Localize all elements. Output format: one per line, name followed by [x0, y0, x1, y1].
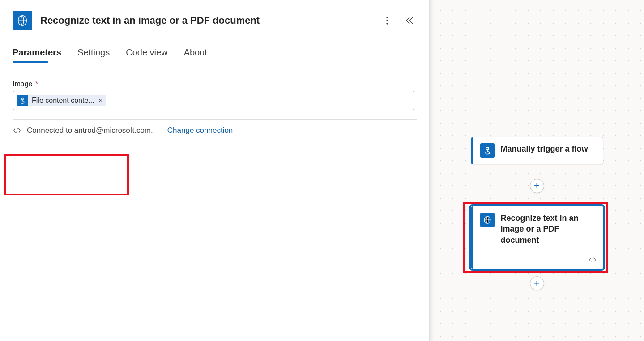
- file-content-token[interactable]: File content conte... ×: [17, 95, 106, 106]
- image-input[interactable]: File content conte... ×: [13, 91, 414, 110]
- touch-pointer-icon: [480, 143, 495, 158]
- trigger-card-title: Manually trigger a flow: [501, 143, 588, 154]
- action-card-footer: [471, 252, 603, 269]
- image-field-label: Image *: [13, 80, 417, 88]
- image-field-label-text: Image: [13, 80, 32, 88]
- arrow-down-icon: [534, 202, 540, 206]
- svg-point-0: [386, 17, 388, 18]
- connector-line: [537, 195, 537, 203]
- svg-point-1: [386, 20, 388, 21]
- tab-about[interactable]: About: [184, 47, 207, 62]
- card-accent: [471, 206, 473, 269]
- ai-builder-icon: [13, 11, 32, 30]
- card-accent: [471, 137, 473, 164]
- action-card-title: Recognize text in an image or a PDF docu…: [501, 213, 595, 245]
- required-indicator: *: [35, 80, 38, 88]
- connector-line: [537, 269, 537, 274]
- action-card[interactable]: Recognize text in an image or a PDF docu…: [471, 206, 603, 269]
- trigger-card[interactable]: Manually trigger a flow: [471, 137, 603, 164]
- ai-builder-icon: [480, 213, 495, 227]
- panel-header: Recognize text in an image or a PDF docu…: [0, 0, 429, 35]
- token-remove-button[interactable]: ×: [98, 97, 103, 104]
- connection-row: Connected to antrod@microsoft.com. Chang…: [0, 120, 429, 141]
- vertical-dots-icon: [386, 17, 388, 25]
- link-icon: [13, 126, 21, 135]
- svg-point-2: [386, 23, 388, 24]
- add-step-button[interactable]: +: [530, 276, 544, 290]
- canvas-left-shadow: [430, 0, 434, 341]
- link-icon: [589, 256, 597, 265]
- annotation-highlight-image-field: [4, 154, 129, 195]
- tab-code-view[interactable]: Code view: [126, 47, 167, 62]
- connection-text: Connected to antrod@microsoft.com.: [27, 126, 153, 135]
- config-panel: Recognize text in an image or a PDF docu…: [0, 0, 430, 341]
- double-chevron-left-icon: [405, 17, 414, 24]
- panel-title: Recognize text in an image or a PDF docu…: [40, 15, 372, 26]
- action-card-wrap: Recognize text in an image or a PDF docu…: [471, 206, 603, 269]
- tab-parameters[interactable]: Parameters: [13, 47, 61, 62]
- touch-pointer-icon: [17, 95, 28, 106]
- add-step-button[interactable]: +: [530, 179, 544, 193]
- tab-settings[interactable]: Settings: [77, 47, 110, 62]
- more-options-button[interactable]: [380, 13, 394, 28]
- flow-column: Manually trigger a flow + Recognize t: [471, 137, 603, 292]
- parameters-form: Image * File content conte... ×: [0, 62, 429, 110]
- token-text: File content conte...: [32, 97, 94, 105]
- connector-line: [537, 164, 537, 177]
- collapse-panel-button[interactable]: [402, 13, 417, 28]
- flow-canvas[interactable]: Manually trigger a flow + Recognize t: [430, 0, 644, 341]
- tab-bar: Parameters Settings Code view About: [0, 35, 429, 62]
- change-connection-link[interactable]: Change connection: [167, 126, 233, 135]
